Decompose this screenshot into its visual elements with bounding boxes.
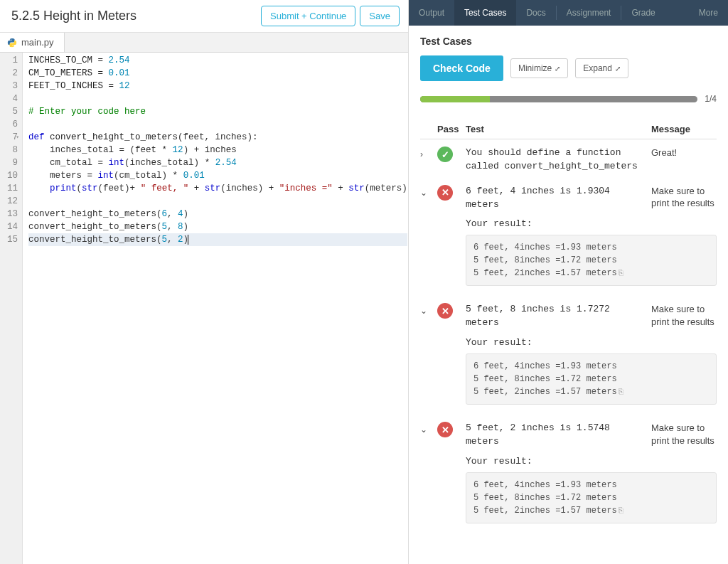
- header-message: Message: [651, 124, 717, 134]
- status-icon-wrap: ✕: [437, 185, 466, 201]
- collapse-icon[interactable]: ⌄: [420, 185, 437, 198]
- minimize-icon: [555, 63, 560, 73]
- copy-icon[interactable]: [617, 268, 623, 278]
- test-description: 5 feet, 8 inches is 1.7272 meters: [466, 303, 651, 330]
- expand-icon: [615, 63, 621, 73]
- code-line[interactable]: FEET_TO_INCHES = 12: [28, 80, 407, 92]
- line-number: 13: [7, 208, 18, 220]
- line-number: 10: [7, 169, 18, 182]
- submit-continue-button[interactable]: Submit + Continue: [261, 6, 355, 26]
- result-block: Your result:6 feet, 4inches =1.93 meters…: [420, 334, 717, 415]
- line-number: 6: [7, 118, 18, 131]
- test-row: ⌄✕6 feet, 4 inches is 1.9304 metersMake …: [420, 178, 717, 216]
- code-line[interactable]: [28, 195, 407, 208]
- right-nav-tabs: Output Test Cases Docs Assignment Grade …: [409, 0, 728, 26]
- result-label: Your result:: [466, 337, 717, 348]
- line-number: 12: [7, 195, 18, 208]
- copy-icon[interactable]: [617, 506, 623, 516]
- result-block: Your result:6 feet, 4inches =1.93 meters…: [420, 453, 717, 533]
- status-icon-wrap: ✕: [437, 303, 466, 319]
- code-line[interactable]: convert_height_to_meters(5, 2): [28, 233, 407, 246]
- line-number: 3: [7, 80, 18, 92]
- copy-icon[interactable]: [617, 387, 623, 397]
- line-number: 2: [7, 67, 18, 80]
- editor-header: 5.2.5 Height in Meters Submit + Continue…: [0, 0, 408, 33]
- page-title: 5.2.5 Height in Meters: [11, 9, 136, 23]
- status-icon-wrap: ✓: [437, 147, 466, 162]
- line-number: 7: [7, 131, 18, 144]
- line-number: 5: [7, 105, 18, 118]
- expand-icon[interactable]: ›: [420, 147, 437, 159]
- test-table-header: Pass Test Message: [420, 119, 717, 139]
- result-block: Your result:6 feet, 4inches =1.93 meters…: [420, 216, 717, 296]
- tab-docs[interactable]: Docs: [516, 0, 555, 26]
- line-number: 14: [7, 220, 18, 233]
- header-test: Test: [466, 124, 651, 134]
- fail-icon: ✕: [437, 303, 453, 319]
- line-number: 9: [7, 156, 18, 169]
- tab-test-cases[interactable]: Test Cases: [454, 0, 516, 26]
- file-tab-main[interactable]: main.py: [0, 33, 65, 52]
- tab-output[interactable]: Output: [409, 0, 454, 26]
- expand-button[interactable]: Expand: [575, 58, 628, 78]
- result-output: 6 feet, 4inches =1.93 meters5 feet, 8inc…: [466, 353, 717, 405]
- line-number: 8: [7, 144, 18, 156]
- code-line[interactable]: def convert_height_to_meters(feet, inche…: [28, 131, 407, 144]
- code-editor[interactable]: 123456789101112131415 INCHES_TO_CM = 2.5…: [0, 53, 408, 564]
- test-cases-title: Test Cases: [420, 36, 717, 47]
- test-description: You should define a function called conv…: [466, 147, 651, 174]
- tab-grade[interactable]: Grade: [621, 0, 665, 26]
- progress-bar: [420, 96, 697, 102]
- result-output: 6 feet, 4inches =1.93 meters5 feet, 8inc…: [466, 472, 717, 523]
- save-button[interactable]: Save: [360, 6, 400, 26]
- code-line[interactable]: print(str(feet)+ " feet, " + str(inches)…: [28, 182, 407, 195]
- fail-icon: ✕: [437, 185, 453, 201]
- result-label: Your result:: [466, 456, 717, 467]
- code-line[interactable]: [28, 92, 407, 105]
- line-number: 4: [7, 92, 18, 105]
- code-line[interactable]: CM_TO_METERS = 0.01: [28, 67, 407, 80]
- result-output: 6 feet, 4inches =1.93 meters5 feet, 8inc…: [466, 235, 717, 286]
- test-description: 6 feet, 4 inches is 1.9304 meters: [466, 185, 651, 212]
- test-row: ⌄✕5 feet, 2 inches is 1.5748 metersMake …: [420, 415, 717, 453]
- line-number: 11: [7, 182, 18, 195]
- header-pass: Pass: [437, 124, 466, 134]
- file-tab-label: main.py: [21, 37, 54, 48]
- fail-icon: ✕: [437, 422, 453, 437]
- tab-more[interactable]: More: [689, 0, 728, 26]
- code-line[interactable]: [28, 118, 407, 131]
- line-number: 1: [7, 54, 18, 67]
- file-tab-bar: main.py: [0, 33, 408, 53]
- test-message: Make sure to print the results: [651, 185, 717, 210]
- collapse-icon[interactable]: ⌄: [420, 303, 437, 316]
- test-row: ›✓You should define a function called co…: [420, 139, 717, 178]
- tab-assignment[interactable]: Assignment: [557, 0, 621, 26]
- collapse-icon[interactable]: ⌄: [420, 422, 437, 435]
- test-row: ⌄✕5 feet, 8 inches is 1.7272 metersMake …: [420, 296, 717, 334]
- test-description: 5 feet, 2 inches is 1.5748 meters: [466, 422, 651, 449]
- check-code-button[interactable]: Check Code: [420, 55, 503, 81]
- code-line[interactable]: convert_height_to_meters(5, 8): [28, 220, 407, 233]
- python-icon: [7, 38, 17, 48]
- code-line[interactable]: INCHES_TO_CM = 2.54: [28, 54, 407, 67]
- code-line[interactable]: inches_total = (feet * 12) + inches: [28, 144, 407, 156]
- pass-icon: ✓: [437, 147, 453, 162]
- test-message: Great!: [651, 147, 717, 159]
- line-number: 15: [7, 233, 18, 246]
- code-line[interactable]: # Enter your code here: [28, 105, 407, 118]
- test-message: Make sure to print the results: [651, 422, 717, 447]
- status-icon-wrap: ✕: [437, 422, 466, 437]
- progress-label: 1/4: [705, 94, 717, 104]
- minimize-button[interactable]: Minimize: [510, 58, 568, 78]
- test-message: Make sure to print the results: [651, 303, 717, 328]
- result-label: Your result:: [466, 218, 717, 229]
- code-line[interactable]: convert_height_to_meters(6, 4): [28, 208, 407, 220]
- code-line[interactable]: meters = int(cm_total) * 0.01: [28, 169, 407, 182]
- code-line[interactable]: cm_total = int(inches_total) * 2.54: [28, 156, 407, 169]
